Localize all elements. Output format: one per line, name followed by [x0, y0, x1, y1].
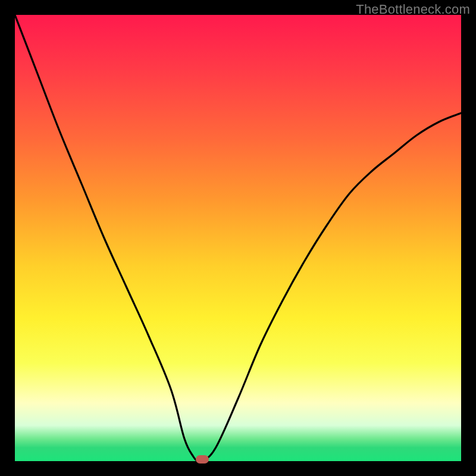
chart-frame: TheBottleneck.com: [0, 0, 476, 476]
bottleneck-curve: [15, 15, 461, 461]
optimal-point-marker: [196, 455, 209, 464]
plot-area: [15, 15, 461, 461]
